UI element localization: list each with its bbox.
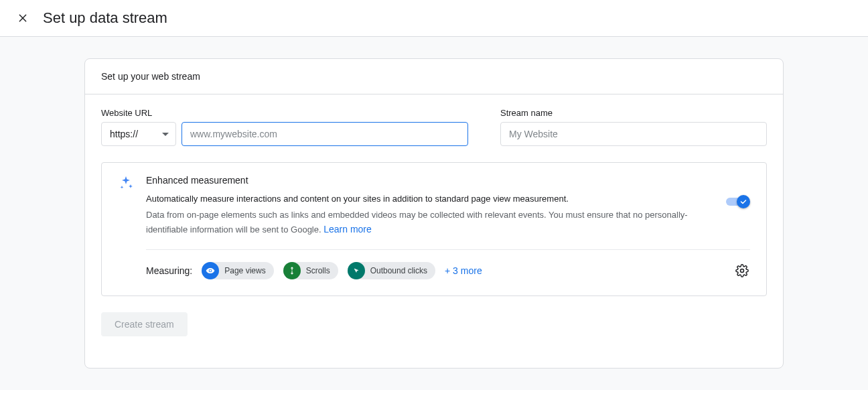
stream-setup-card: Set up your web stream Website URL https…: [84, 58, 784, 369]
website-url-input[interactable]: [182, 122, 468, 146]
card-title: Set up your web stream: [85, 59, 783, 94]
check-icon: [739, 198, 747, 206]
sparkle-icon: [118, 175, 134, 191]
toggle-knob: [737, 195, 750, 208]
settings-button[interactable]: [734, 263, 750, 279]
enhanced-note: Data from on-page elements such as links…: [146, 208, 714, 238]
more-events-link[interactable]: + 3 more: [445, 265, 482, 276]
scroll-icon: [283, 262, 301, 279]
enhanced-desc: Automatically measure interactions and c…: [146, 192, 714, 206]
page-title: Set up data stream: [43, 9, 167, 27]
svg-point-2: [741, 269, 744, 273]
close-button[interactable]: [16, 11, 29, 25]
gear-icon: [735, 264, 749, 277]
divider: [146, 249, 750, 250]
enhanced-toggle[interactable]: [726, 195, 750, 208]
chip-scrolls: Scrolls: [283, 262, 338, 279]
stream-name-input[interactable]: [500, 122, 767, 146]
protocol-value: https://: [110, 129, 138, 139]
outbound-icon: [348, 262, 365, 279]
eye-icon: [202, 262, 219, 279]
enhanced-measurement-panel: Enhanced measurement Automatically measu…: [101, 162, 767, 296]
close-icon: [17, 13, 28, 23]
website-url-label: Website URL: [101, 108, 468, 118]
protocol-select[interactable]: https://: [101, 122, 176, 146]
learn-more-link[interactable]: Learn more: [323, 224, 372, 235]
stream-name-label: Stream name: [500, 108, 767, 118]
create-stream-button[interactable]: Create stream: [101, 312, 188, 336]
measuring-label: Measuring:: [146, 265, 192, 276]
chip-outbound-clicks: Outbound clicks: [348, 262, 435, 279]
enhanced-title: Enhanced measurement: [146, 175, 714, 186]
chip-page-views: Page views: [202, 262, 273, 279]
